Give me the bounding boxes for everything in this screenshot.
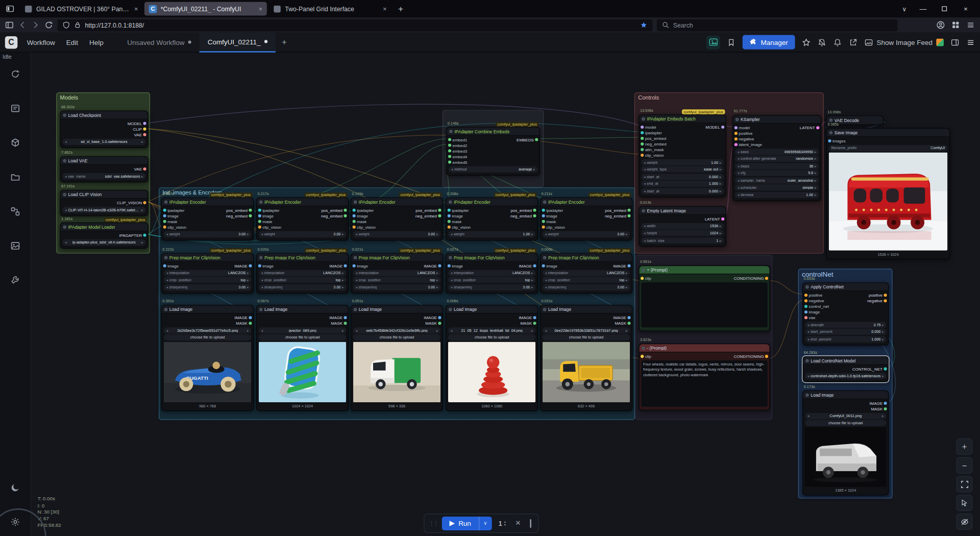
input-embed2[interactable]: embed2 bbox=[448, 142, 467, 148]
bookmark-star-icon[interactable] bbox=[640, 21, 648, 29]
widget-sharpening[interactable]: ◂sharpening0.00▸ bbox=[543, 284, 630, 290]
arrow-right-icon[interactable]: ▸ bbox=[247, 271, 249, 275]
input-pos_embed[interactable]: pos_embed bbox=[641, 136, 667, 141]
workflow-tab-current[interactable]: ComfyUI_02211_ bbox=[200, 32, 276, 52]
output-neg_embed[interactable]: neg_embed bbox=[226, 213, 252, 218]
collapse-dot-icon[interactable] bbox=[805, 285, 808, 288]
node-header[interactable]: IPAdapter Embeds Batch bbox=[640, 115, 726, 123]
arrow-left-icon[interactable]: ◂ bbox=[65, 240, 66, 244]
window-minimize-button[interactable]: — bbox=[913, 1, 934, 17]
input-positive[interactable]: positive bbox=[804, 293, 829, 298]
node-header[interactable]: IPAdapter Encoder bbox=[351, 198, 443, 206]
upload-button[interactable]: choose file to upload bbox=[164, 334, 251, 340]
output-CONDITIONING[interactable]: CONDITIONING bbox=[734, 354, 768, 359]
collapse-dot-icon[interactable] bbox=[354, 256, 357, 259]
collapse-dot-icon[interactable] bbox=[354, 200, 357, 203]
arrow-right-icon[interactable]: ▸ bbox=[531, 271, 533, 275]
upload-button[interactable]: choose file to upload bbox=[448, 334, 535, 340]
arrow-left-icon[interactable]: ◂ bbox=[545, 271, 547, 275]
templates-gallery-icon[interactable] bbox=[10, 240, 21, 254]
arrow-left-icon[interactable]: ◂ bbox=[261, 328, 263, 332]
batch-count-stepper[interactable]: 1 ▴▾ bbox=[496, 520, 508, 527]
arrow-left-icon[interactable]: ◂ bbox=[166, 271, 168, 275]
output-neg_embed[interactable]: neg_embed bbox=[415, 213, 442, 218]
widget-value[interactable]: ◂0ee228e197853b33851c78731b7.png▸ bbox=[543, 327, 630, 333]
widget-value[interactable]: ◂sd_xl_base_1.0.safetensors▸ bbox=[62, 138, 145, 144]
arrow-right-icon[interactable]: ▸ bbox=[247, 278, 249, 282]
input-positive[interactable]: positive bbox=[734, 131, 762, 136]
node-load-clip-vision[interactable]: 67.191sLoad CLIP VisionCLIP_VISION◂CLIP-… bbox=[60, 190, 149, 216]
arrow-left-icon[interactable]: ◂ bbox=[644, 224, 645, 228]
widget-control after generate[interactable]: ◂control after generaterandomize▸ bbox=[735, 156, 819, 162]
arrow-right-icon[interactable]: ▸ bbox=[815, 157, 816, 160]
arrow-left-icon[interactable]: ◂ bbox=[451, 278, 452, 282]
collapse-dot-icon[interactable] bbox=[449, 130, 452, 133]
input-latent_image[interactable]: latent_image bbox=[734, 142, 762, 148]
output-IMAGE[interactable]: IMAGE bbox=[519, 315, 536, 321]
new-workflow-button[interactable]: + bbox=[276, 32, 293, 52]
arrow-left-icon[interactable]: ◂ bbox=[644, 189, 645, 192]
input-neg_embed[interactable]: neg_embed bbox=[641, 141, 667, 147]
node-header[interactable]: Apply ControlNet bbox=[803, 283, 888, 291]
input-negative[interactable]: negative bbox=[734, 136, 762, 142]
node-positive-prompt[interactable]: 0.551s+ (Prompt)clipCONDITIONING bbox=[639, 265, 770, 331]
output-EMBEDS[interactable]: EMBEDS bbox=[517, 137, 538, 142]
arrow-right-icon[interactable]: ▸ bbox=[815, 178, 816, 182]
output-MODEL[interactable]: MODEL bbox=[128, 120, 146, 126]
node-prep-image-3[interactable]: 0.021scomfyui_ipadapter_plusPrep Image F… bbox=[351, 253, 443, 294]
output-CONDITIONING[interactable]: CONDITIONING bbox=[734, 276, 768, 281]
node-library-icon[interactable] bbox=[10, 206, 21, 220]
arrow-right-icon[interactable]: ▸ bbox=[342, 271, 344, 275]
input-clip_vision[interactable]: clip_vision bbox=[641, 153, 667, 158]
arrow-left-icon[interactable]: ◂ bbox=[807, 374, 809, 377]
node-empty-latent-image[interactable]: 0.013sEmpty Latent ImageLATENT◂width1536… bbox=[639, 206, 726, 247]
tab-close-icon[interactable]: × bbox=[134, 5, 138, 13]
widget-seed[interactable]: ◂seed49659566349950▸ bbox=[735, 149, 819, 155]
node-header[interactable]: Prep Image For ClipVision bbox=[257, 254, 348, 262]
arrow-right-icon[interactable]: ▸ bbox=[436, 278, 438, 282]
arrow-right-icon[interactable]: ▸ bbox=[815, 193, 816, 197]
output-neg_embed[interactable]: neg_embed bbox=[510, 213, 536, 218]
arrow-left-icon[interactable]: ◂ bbox=[644, 175, 645, 178]
input-ipadapter[interactable]: ipadapter bbox=[641, 130, 667, 136]
node-prep-image-1[interactable]: 0.222scomfyui_ipadapter_plusPrep Image F… bbox=[161, 253, 254, 294]
input-clip_vision[interactable]: clip_vision bbox=[448, 224, 471, 230]
input-mask[interactable]: mask bbox=[258, 218, 281, 224]
widget-end_percent[interactable]: ◂end_percent1.000▸ bbox=[805, 336, 886, 342]
arrow-right-icon[interactable]: ▸ bbox=[141, 174, 143, 178]
arrow-right-icon[interactable]: ▸ bbox=[882, 337, 884, 340]
arrow-left-icon[interactable]: ◂ bbox=[451, 167, 453, 170]
widget-crop_position[interactable]: ◂crop_positiontop▸ bbox=[448, 277, 535, 283]
input-model[interactable]: model bbox=[734, 125, 762, 131]
arrow-left-icon[interactable]: ◂ bbox=[261, 278, 263, 282]
widget-weight[interactable]: ◂weight0.00▸ bbox=[164, 231, 251, 237]
node-apply-controlnet[interactable]: 0.653sApply ControlNetpositivenegativeco… bbox=[802, 282, 889, 346]
interrupt-button[interactable] bbox=[528, 520, 534, 527]
input-image[interactable]: image bbox=[542, 213, 565, 218]
arrow-right-icon[interactable]: ▸ bbox=[815, 164, 816, 167]
arrow-right-icon[interactable]: ▸ bbox=[531, 232, 533, 236]
widget-steps[interactable]: ◂steps36▸ bbox=[735, 163, 819, 169]
node-header[interactable]: Prep Image For ClipVision bbox=[541, 254, 632, 262]
output-MASK[interactable]: MASK bbox=[234, 321, 252, 326]
arrow-left-icon[interactable]: ◂ bbox=[738, 171, 739, 175]
arrow-left-icon[interactable]: ◂ bbox=[738, 193, 739, 197]
input-image[interactable]: image bbox=[353, 213, 376, 218]
widget-weight[interactable]: ◂weight0.00▸ bbox=[353, 231, 440, 237]
output-IMAGE[interactable]: IMAGE bbox=[519, 263, 536, 269]
node-header[interactable]: Load ControlNet Model bbox=[803, 357, 888, 365]
star-icon[interactable] bbox=[802, 38, 811, 46]
output-IPADAPTER[interactable]: IPADAPTER bbox=[119, 232, 146, 238]
widget-interpolation[interactable]: ◂interpolationLANCZOS▸ bbox=[353, 270, 440, 276]
node-header[interactable]: Load Checkpoint bbox=[61, 111, 148, 119]
output-pos_embed[interactable]: pos_embed bbox=[226, 207, 252, 213]
widget-sharpening[interactable]: ◂sharpening0.00▸ bbox=[448, 284, 535, 290]
widget-height[interactable]: ◂height1024▸ bbox=[641, 230, 724, 236]
node-prep-image-2[interactable]: 0.020scomfyui_ipadapter_plusPrep Image F… bbox=[256, 253, 349, 294]
arrow-left-icon[interactable]: ◂ bbox=[356, 285, 357, 289]
widget-sharpening[interactable]: ◂sharpening0.00▸ bbox=[164, 284, 251, 290]
collapse-dot-icon[interactable] bbox=[736, 118, 739, 121]
widget-weight[interactable]: ◂weight1.00▸ bbox=[448, 231, 535, 237]
node-ipadapter-encoder-4[interactable]: 0.208scomfyui_ipadapter_plusIPAdapter En… bbox=[446, 198, 538, 240]
input-image[interactable]: image bbox=[448, 263, 463, 269]
